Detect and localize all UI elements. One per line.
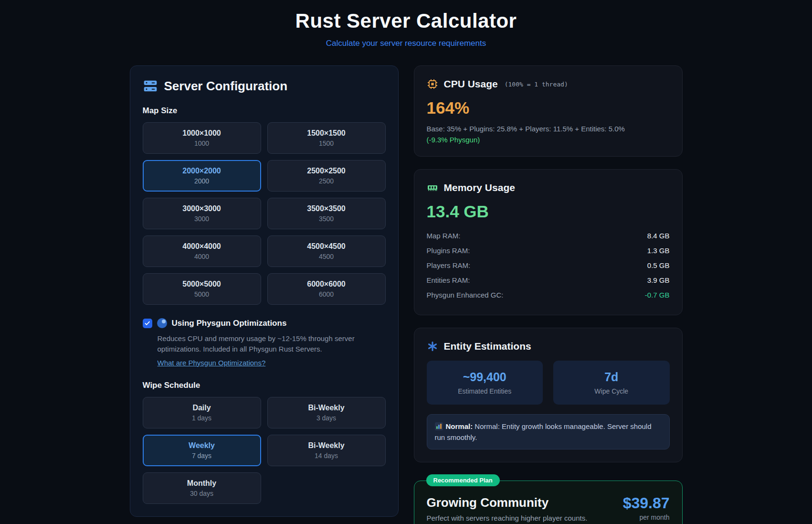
bar-chart-icon [435, 422, 443, 430]
map-size-option-3500[interactable]: 3500×3500 3500 [267, 198, 386, 229]
plan-card: Growing Community Perfect with servers r… [414, 481, 683, 524]
memory-row: Entities RAM: 3.9 GB [427, 273, 670, 288]
memory-total-value: 13.4 GB [427, 202, 670, 221]
physgun-checkbox[interactable] [143, 319, 152, 328]
option-label: Daily [148, 404, 256, 412]
memory-row-label: Players RAM: [427, 261, 471, 269]
map-size-option-3000[interactable]: 3000×3000 3000 [143, 198, 261, 229]
asterisk-cluster-icon [427, 341, 438, 352]
plan-name: Growing Community [427, 495, 588, 510]
map-size-option-2000[interactable]: 2000×2000 2000 [143, 160, 261, 192]
option-sublabel: 7 days [148, 452, 256, 460]
memory-row-value: 3.9 GB [647, 276, 670, 284]
option-sublabel: 5000 [148, 290, 256, 298]
option-sublabel: 6000 [273, 290, 380, 298]
option-sublabel: 2000 [148, 177, 256, 185]
map-size-grid: 1000×1000 1000 1500×1500 1500 2000×2000 … [143, 122, 386, 305]
memory-row-label: Map RAM: [427, 232, 461, 240]
map-size-option-4500[interactable]: 4500×4500 4500 [267, 235, 386, 267]
option-sublabel: 3000 [148, 215, 256, 223]
memory-card-title: Memory Usage [444, 182, 515, 193]
cpu-breakdown: Base: 35% + Plugins: 25.8% + Players: 11… [427, 124, 670, 135]
memory-usage-card: Memory Usage 13.4 GB Map RAM: 8.4 GB Plu… [414, 169, 683, 315]
wipe-cycle-stat: 7d Wipe Cycle [553, 361, 670, 405]
option-label: 2500×2500 [273, 167, 380, 175]
wipe-option-daily[interactable]: Daily 1 days [143, 397, 261, 428]
ram-icon [427, 182, 438, 193]
entity-card-title: Entity Estimations [444, 341, 531, 352]
entity-estimations-card: Entity Estimations ~99,400 Estimated Ent… [414, 328, 683, 463]
physgun-label: Using Physgun Optimizations [172, 319, 287, 328]
map-size-option-1500[interactable]: 1500×1500 1500 [267, 122, 386, 154]
option-label: 6000×6000 [273, 280, 380, 289]
option-label: 4500×4500 [273, 242, 380, 251]
option-label: 1500×1500 [273, 129, 380, 138]
wipe-option-monthly[interactable]: Monthly 30 days [143, 472, 261, 504]
stat-label: Estimated Entities [432, 387, 538, 395]
main-layout: Server Configuration Map Size 1000×1000 … [130, 65, 683, 524]
physgun-optimizations-section: Using Physgun Optimizations Reduces CPU … [143, 318, 386, 367]
option-label: 2000×2000 [148, 167, 256, 175]
memory-row: Plugins RAM: 1.3 GB [427, 243, 670, 258]
plan-price: $39.87 [623, 495, 670, 511]
map-size-option-4000[interactable]: 4000×4000 4000 [143, 235, 261, 267]
page-title: Rust Server Calculator [0, 10, 812, 32]
wipe-option-weekly[interactable]: Weekly 7 days [143, 435, 261, 466]
stat-value: ~99,400 [432, 370, 538, 384]
option-label: Bi-Weekly [273, 404, 380, 412]
map-size-option-2500[interactable]: 2500×2500 2500 [267, 160, 386, 192]
recommended-plan-badge: Recommended Plan [426, 474, 500, 486]
config-title: Server Configuration [164, 79, 288, 94]
physgun-logo-icon [157, 318, 167, 328]
memory-row: Players RAM: 0.5 GB [427, 258, 670, 273]
entity-status-message: Normal: Normal: Entity growth looks mana… [427, 414, 670, 450]
memory-row-label: Entities RAM: [427, 276, 470, 284]
option-sublabel: 4500 [273, 253, 380, 260]
option-sublabel: 1500 [273, 139, 380, 147]
map-size-label: Map Size [143, 106, 386, 116]
server-configuration-panel: Server Configuration Map Size 1000×1000 … [130, 65, 399, 517]
option-label: 1000×1000 [148, 129, 256, 138]
plan-description: Perfect with servers reaching higher pla… [427, 514, 588, 522]
recommended-plan-section: Recommended Plan Growing Community Perfe… [414, 481, 683, 524]
cpu-physgun-saving: (-9.3% Physgun) [427, 136, 670, 144]
cpu-thread-note: (100% = 1 thread) [505, 81, 568, 88]
option-sublabel: 2500 [273, 177, 380, 185]
map-size-option-5000[interactable]: 5000×5000 5000 [143, 273, 261, 305]
physgun-info-link[interactable]: What are Physgun Optimizations? [158, 359, 266, 367]
option-label: 5000×5000 [148, 280, 256, 289]
option-sublabel: 3500 [273, 215, 380, 223]
option-sublabel: 3 days [273, 414, 380, 422]
cpu-chip-icon [427, 78, 438, 90]
estimated-entities-stat: ~99,400 Estimated Entities [427, 361, 543, 405]
option-label: 4000×4000 [148, 242, 256, 251]
memory-row-value: 1.3 GB [647, 246, 670, 255]
stat-value: 7d [558, 370, 665, 384]
memory-row-value: 0.5 GB [647, 261, 670, 269]
status-prefix: Normal: [446, 422, 473, 430]
wipe-schedule-label: Wipe Schedule [143, 381, 386, 390]
cpu-card-title: CPU Usage [444, 78, 498, 90]
page-header: Rust Server Calculator Calculate your se… [0, 0, 812, 48]
page-subtitle: Calculate your server resource requireme… [0, 39, 812, 48]
wipe-option-biweekly-14[interactable]: Bi-Weekly 14 days [267, 435, 386, 466]
option-sublabel: 30 days [148, 490, 256, 497]
map-size-option-6000[interactable]: 6000×6000 6000 [267, 273, 386, 305]
option-sublabel: 14 days [273, 452, 380, 460]
memory-row-value: 8.4 GB [647, 232, 670, 240]
memory-row-label: Plugins RAM: [427, 246, 470, 255]
map-size-option-1000[interactable]: 1000×1000 1000 [143, 122, 261, 154]
plan-price-period: per month [623, 513, 670, 521]
memory-row-label: Physgun Enhanced GC: [427, 291, 504, 299]
wipe-option-biweekly-3[interactable]: Bi-Weekly 3 days [267, 397, 386, 428]
option-label: Bi-Weekly [273, 441, 380, 450]
option-sublabel: 4000 [148, 253, 256, 260]
physgun-description: Reduces CPU and memory usage by ~12-15% … [158, 333, 363, 354]
option-label: Monthly [148, 479, 256, 488]
memory-row-physgun-gc: Physgun Enhanced GC: -0.7 GB [427, 288, 670, 302]
server-icon [143, 78, 158, 94]
option-sublabel: 1 days [148, 414, 256, 422]
wipe-schedule-grid: Daily 1 days Bi-Weekly 3 days Weekly 7 d… [143, 397, 386, 504]
memory-row: Map RAM: 8.4 GB [427, 228, 670, 243]
cpu-usage-card: CPU Usage (100% = 1 thread) 164% Base: 3… [414, 65, 683, 157]
